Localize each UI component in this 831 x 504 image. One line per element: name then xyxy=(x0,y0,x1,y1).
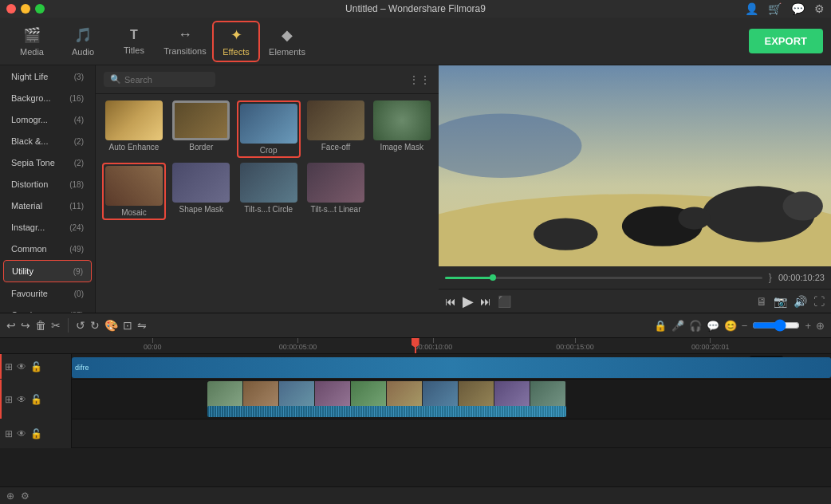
effect-thumb-faceoff xyxy=(307,100,364,140)
color-icon[interactable]: 🎨 xyxy=(104,319,118,332)
sidebar-item-common[interactable]: Common (49) xyxy=(3,238,92,259)
sidebar-item-material[interactable]: Material (11) xyxy=(3,195,92,216)
effect-auto-enhance[interactable]: Auto Enhance xyxy=(102,100,166,158)
sidebar-item-utility[interactable]: Utility (9) xyxy=(3,260,92,282)
play-button[interactable]: ▶ xyxy=(463,293,474,310)
zoom-out-icon[interactable]: − xyxy=(742,320,748,332)
effect-tiltlinear[interactable]: Tilt-s...t Linear xyxy=(305,163,367,220)
track-controls-empty: ⊞ 👁 🔓 xyxy=(0,419,72,448)
settings-icon[interactable]: ⚙ xyxy=(814,2,825,15)
effect-tiltcircle[interactable]: Tilt-s...t Circle xyxy=(237,163,301,220)
stop-button[interactable]: ⬛ xyxy=(498,295,511,308)
playback-buttons: ⏮ ▶ ⏭ ⬛ xyxy=(445,293,511,310)
toolbar-item-transitions[interactable]: ↔ Transitions xyxy=(161,21,209,62)
lock-icon[interactable]: 🔒 xyxy=(654,320,667,332)
sidebar-item-sepia[interactable]: Sepia Tone (2) xyxy=(3,152,92,173)
effect-shapemask[interactable]: Shape Mask xyxy=(171,163,232,220)
traffic-lights xyxy=(6,4,45,14)
track-eye-icon-2[interactable]: 👁 xyxy=(17,394,26,405)
sidebar-item-background[interactable]: Backgro... (16) xyxy=(3,88,92,108)
toolbar-item-elements[interactable]: ◆ Elements xyxy=(263,21,311,62)
step-back-button[interactable]: ⏮ xyxy=(445,295,456,308)
sidebar: Night Life (3) Backgro... (16) Lomogr...… xyxy=(0,65,96,313)
sidebar-item-lomography[interactable]: Lomogr... (4) xyxy=(3,109,92,130)
message-icon[interactable]: 💬 xyxy=(791,2,805,15)
track-lock-icon[interactable]: 🔓 xyxy=(30,361,42,372)
minimize-button[interactable] xyxy=(21,4,30,14)
zoom-in-icon[interactable]: + xyxy=(805,320,811,332)
elements-icon: ◆ xyxy=(282,26,293,44)
search-input[interactable] xyxy=(124,75,209,85)
svg-point-3 xyxy=(782,191,822,220)
cart-icon[interactable]: 🛒 xyxy=(768,2,782,15)
toolbar-item-audio[interactable]: 🎵 Audio xyxy=(59,21,107,62)
delete-icon[interactable]: 🗑 xyxy=(35,319,46,332)
sidebar-item-nightlife[interactable]: Night Life (3) xyxy=(3,66,92,87)
effect-label-border: Border xyxy=(189,143,213,152)
effect-thumb-shapemask xyxy=(172,163,230,203)
track-eye-icon-3[interactable]: 👁 xyxy=(17,428,26,439)
timeline-bottom-icons: ⊕ ⚙ xyxy=(6,490,30,502)
mic-icon[interactable]: 🎤 xyxy=(671,320,684,332)
grid-icon[interactable]: ⋮⋮ xyxy=(408,73,431,86)
maximize-button[interactable] xyxy=(35,4,45,14)
track-eye-icon[interactable]: 👁 xyxy=(17,361,26,372)
volume-icon[interactable]: 🔊 xyxy=(794,295,807,308)
zoom-slider[interactable] xyxy=(752,319,800,332)
track-content-main: 1.00 x ▾ difre xyxy=(72,354,831,379)
sidebar-item-instagram[interactable]: Instagr... (24) xyxy=(3,217,92,238)
fast-forward-button[interactable]: ⏭ xyxy=(480,295,491,308)
effect-mosaic[interactable]: Mosaic xyxy=(102,163,166,220)
split-icon[interactable]: ⇋ xyxy=(137,319,147,332)
crop-icon[interactable]: ⊡ xyxy=(123,319,132,332)
preview-background xyxy=(439,65,831,266)
emoji-icon[interactable]: 😊 xyxy=(724,320,737,332)
cut-icon[interactable]: ✂ xyxy=(51,319,61,332)
main-video-track[interactable]: difre xyxy=(72,357,831,378)
add-track-icon[interactable]: ⊕ xyxy=(816,320,825,332)
monitor-icon[interactable]: 🖥 xyxy=(756,295,767,308)
effect-label-shapemask: Shape Mask xyxy=(179,205,224,214)
person-icon[interactable]: 👤 xyxy=(745,2,758,15)
close-button[interactable] xyxy=(6,4,16,14)
toolbar-item-media[interactable]: 🎬 Media xyxy=(8,21,56,62)
camera-icon[interactable]: 📷 xyxy=(774,295,787,308)
search-box[interactable]: 🔍 xyxy=(104,72,215,87)
sidebar-item-black[interactable]: Black &... (2) xyxy=(3,131,92,152)
main-area: Night Life (3) Backgro... (16) Lomogr...… xyxy=(0,65,831,313)
track-expand-icon-3[interactable]: ⊞ xyxy=(5,428,13,439)
effect-faceoff[interactable]: Face-off xyxy=(305,100,367,158)
sidebar-item-favourite[interactable]: Favourite (0) xyxy=(3,283,92,304)
toolbar-item-effects[interactable]: ✦ Effects xyxy=(212,21,260,62)
export-button[interactable]: EXPORT xyxy=(749,29,823,53)
effect-crop[interactable]: Crop xyxy=(237,100,301,158)
track-lock-icon-2[interactable]: 🔓 xyxy=(30,394,42,405)
effect-thumb-tiltcircle xyxy=(240,163,297,203)
effect-border[interactable]: Border xyxy=(171,100,232,158)
progress-bar[interactable] xyxy=(445,277,762,279)
track-expand-icon-2[interactable]: ⊞ xyxy=(5,394,13,405)
window-title: Untitled – Wondershare Filmora9 xyxy=(345,3,486,14)
audio-track-icon[interactable]: 🎧 xyxy=(689,320,702,332)
rotate-right-icon[interactable]: ↻ xyxy=(90,319,100,332)
track-lock-icon-3[interactable]: 🔓 xyxy=(30,428,42,439)
rotate-left-icon[interactable]: ↺ xyxy=(76,319,85,332)
sidebar-item-overlays[interactable]: Overlays (87) xyxy=(3,305,92,313)
toolbar-item-titles[interactable]: T Titles xyxy=(110,21,158,62)
sidebar-item-distortion[interactable]: Distortion (18) xyxy=(3,174,92,195)
subtitle-icon[interactable]: 💬 xyxy=(707,320,719,332)
effect-imagemask[interactable]: Image Mask xyxy=(371,100,432,158)
redo-icon[interactable]: ↪ xyxy=(21,319,30,332)
titles-icon: T xyxy=(130,28,138,42)
track-expand-icon[interactable]: ⊞ xyxy=(5,361,13,372)
undo-icon[interactable]: ↩ xyxy=(6,319,16,332)
settings-timeline-icon[interactable]: ⚙ xyxy=(21,490,30,502)
svg-point-5 xyxy=(678,207,710,229)
toolbar-label-media: Media xyxy=(20,47,44,57)
fullscreen-icon[interactable]: ⛶ xyxy=(813,295,825,308)
search-icon: 🔍 xyxy=(110,74,121,85)
add-media-icon[interactable]: ⊕ xyxy=(6,490,14,502)
toolbar-label-elements: Elements xyxy=(269,47,305,57)
audio-icon: 🎵 xyxy=(74,26,92,44)
ruler-mark-20: 00:00:20:01 xyxy=(691,338,730,351)
